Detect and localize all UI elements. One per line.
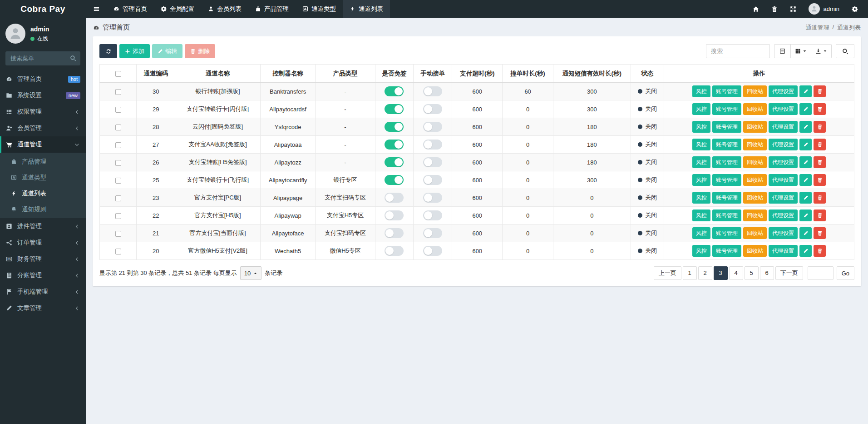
row-delete-button[interactable] — [814, 245, 826, 257]
row-edit-button[interactable] — [799, 121, 812, 133]
export-dropdown-button[interactable] — [811, 44, 832, 58]
recycle-bin-button[interactable]: 回收站 — [743, 174, 767, 186]
account-manage-button[interactable]: 账号管理 — [712, 245, 741, 257]
top-nav-item-gear[interactable]: 全局配置 — [154, 0, 201, 18]
no-sign-toggle[interactable] — [385, 157, 404, 167]
select-all-checkbox[interactable] — [115, 71, 121, 77]
no-sign-toggle[interactable] — [385, 86, 404, 96]
agent-settings-button[interactable]: 代理设置 — [769, 227, 798, 239]
edit-button[interactable]: 编辑 — [152, 44, 182, 58]
agent-settings-button[interactable]: 代理设置 — [769, 121, 798, 133]
columns-dropdown-button[interactable] — [790, 44, 811, 58]
row-checkbox[interactable] — [115, 89, 121, 95]
account-manage-button[interactable]: 账号管理 — [712, 139, 741, 150]
row-edit-button[interactable] — [799, 156, 812, 168]
risk-control-button[interactable]: 风控 — [692, 227, 710, 239]
refresh-button[interactable] — [99, 44, 117, 58]
page-button[interactable]: 6 — [760, 266, 774, 280]
sidebar-item-cs-card[interactable]: CS财务管理 — [0, 251, 86, 267]
agent-settings-button[interactable]: 代理设置 — [769, 174, 798, 186]
no-sign-toggle[interactable] — [385, 175, 404, 185]
no-sign-toggle[interactable] — [385, 140, 404, 150]
detail-view-button[interactable] — [774, 44, 791, 58]
page-button-active[interactable]: 3 — [714, 266, 728, 280]
no-sign-toggle[interactable] — [385, 193, 404, 203]
row-delete-button[interactable] — [814, 139, 826, 150]
account-manage-button[interactable]: 账号管理 — [712, 227, 741, 239]
account-manage-button[interactable]: 账号管理 — [712, 103, 741, 115]
sidebar-item-calc[interactable]: 分账管理 — [0, 267, 86, 284]
page-button[interactable]: 2 — [698, 266, 712, 280]
manual-order-toggle[interactable] — [423, 175, 442, 185]
agent-settings-button[interactable]: 代理设置 — [769, 156, 798, 168]
manual-order-toggle[interactable] — [423, 246, 442, 256]
account-manage-button[interactable]: 账号管理 — [712, 192, 741, 204]
recycle-bin-button[interactable]: 回收站 — [743, 121, 767, 133]
manual-order-toggle[interactable] — [423, 157, 442, 167]
risk-control-button[interactable]: 风控 — [692, 85, 710, 97]
page-button[interactable]: 下一页 — [775, 266, 803, 280]
row-checkbox[interactable] — [115, 249, 121, 254]
row-edit-button[interactable] — [799, 85, 812, 97]
row-edit-button[interactable] — [799, 245, 812, 257]
page-jump-input[interactable] — [808, 266, 833, 280]
recycle-bin-button[interactable]: 回收站 — [743, 85, 767, 97]
sidebar-item-share[interactable]: 订单管理 — [0, 234, 86, 251]
account-manage-button[interactable]: 账号管理 — [712, 210, 741, 221]
manual-order-toggle[interactable] — [423, 104, 442, 114]
add-button[interactable]: 添加 — [119, 44, 150, 58]
recycle-bin-button[interactable]: 回收站 — [743, 245, 767, 257]
sidebar-item-list[interactable]: 权限管理 — [0, 104, 86, 120]
top-nav-item-bag[interactable]: 产品管理 — [248, 0, 296, 18]
no-sign-toggle[interactable] — [385, 228, 404, 238]
home-icon[interactable] — [753, 6, 759, 12]
agent-settings-button[interactable]: 代理设置 — [769, 139, 798, 150]
risk-control-button[interactable]: 风控 — [692, 174, 710, 186]
search-button[interactable] — [836, 44, 854, 58]
agent-settings-button[interactable]: 代理设置 — [769, 192, 798, 204]
top-nav-item-square-a[interactable]: 通道类型 — [296, 0, 343, 18]
account-manage-button[interactable]: 账号管理 — [712, 174, 741, 186]
sidebar-item-cart[interactable]: 通道管理 — [0, 136, 86, 153]
account-manage-button[interactable]: 账号管理 — [712, 156, 741, 168]
no-sign-toggle[interactable] — [385, 104, 404, 114]
row-edit-button[interactable] — [799, 139, 812, 150]
sidebar-subitem-bolt[interactable]: 通道列表 — [0, 185, 86, 201]
account-manage-button[interactable]: 账号管理 — [712, 121, 741, 133]
row-checkbox[interactable] — [115, 213, 121, 219]
risk-control-button[interactable]: 风控 — [692, 210, 710, 221]
recycle-bin-button[interactable]: 回收站 — [743, 227, 767, 239]
sidebar-item-flag[interactable]: 手机端管理 — [0, 284, 86, 300]
row-edit-button[interactable] — [799, 210, 812, 221]
manual-order-toggle[interactable] — [423, 86, 442, 96]
manual-order-toggle[interactable] — [423, 122, 442, 132]
recycle-bin-button[interactable]: 回收站 — [743, 192, 767, 204]
recycle-bin-button[interactable]: 回收站 — [743, 156, 767, 168]
sidebar-search-input[interactable] — [5, 51, 80, 65]
sidebar-item-person-plus[interactable]: 会员管理 — [0, 120, 86, 136]
risk-control-button[interactable]: 风控 — [692, 192, 710, 204]
recycle-bin-button[interactable]: 回收站 — [743, 210, 767, 221]
sidebar-item-folder[interactable]: 系统设置new — [0, 87, 86, 104]
recycle-bin-button[interactable]: 回收站 — [743, 103, 767, 115]
risk-control-button[interactable]: 风控 — [692, 245, 710, 257]
row-edit-button[interactable] — [799, 227, 812, 239]
no-sign-toggle[interactable] — [385, 210, 404, 220]
no-sign-toggle[interactable] — [385, 122, 404, 132]
row-checkbox[interactable] — [115, 107, 121, 113]
row-edit-button[interactable] — [799, 192, 812, 204]
row-delete-button[interactable] — [814, 156, 826, 168]
page-size-dropdown[interactable]: 10 — [240, 266, 261, 280]
row-delete-button[interactable] — [814, 121, 826, 133]
sidebar-item-id[interactable]: 进件管理 — [0, 218, 86, 234]
page-button[interactable]: 1 — [683, 266, 697, 280]
row-checkbox[interactable] — [115, 142, 121, 148]
table-search-input[interactable] — [706, 44, 770, 58]
page-button[interactable]: 5 — [745, 266, 759, 280]
sidebar-item-gauge[interactable]: 管理首页hot — [0, 71, 86, 87]
row-checkbox[interactable] — [115, 160, 121, 166]
breadcrumb-parent[interactable]: 通道管理 — [805, 24, 829, 32]
row-delete-button[interactable] — [814, 192, 826, 204]
row-checkbox[interactable] — [115, 178, 121, 184]
row-checkbox[interactable] — [115, 195, 121, 201]
